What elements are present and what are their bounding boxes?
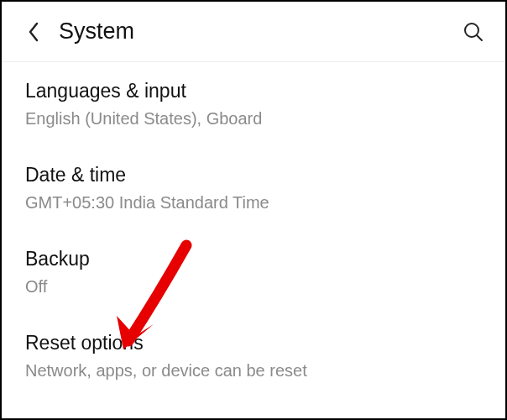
item-subtitle: Network, apps, or device can be reset <box>25 360 482 381</box>
back-button[interactable] <box>17 15 50 49</box>
item-date-time[interactable]: Date & time GMT+05:30 India Standard Tim… <box>2 146 505 230</box>
item-subtitle: GMT+05:30 India Standard Time <box>25 192 482 213</box>
search-button[interactable] <box>457 15 490 49</box>
item-title: Backup <box>25 247 482 272</box>
page-title: System <box>59 18 134 45</box>
item-title: Date & time <box>25 163 482 188</box>
item-languages-input[interactable]: Languages & input English (United States… <box>2 62 505 146</box>
item-backup[interactable]: Backup Off <box>2 230 505 314</box>
item-title: Reset options <box>25 331 482 356</box>
item-subtitle: Off <box>25 276 482 297</box>
chevron-left-icon <box>28 22 39 42</box>
item-subtitle: English (United States), Gboard <box>25 108 482 129</box>
settings-list: Languages & input English (United States… <box>2 62 505 398</box>
header-bar: System <box>2 2 505 62</box>
item-title: Languages & input <box>25 79 482 104</box>
item-reset-options[interactable]: Reset options Network, apps, or device c… <box>2 314 505 398</box>
search-icon <box>463 21 484 43</box>
svg-line-1 <box>477 35 482 40</box>
